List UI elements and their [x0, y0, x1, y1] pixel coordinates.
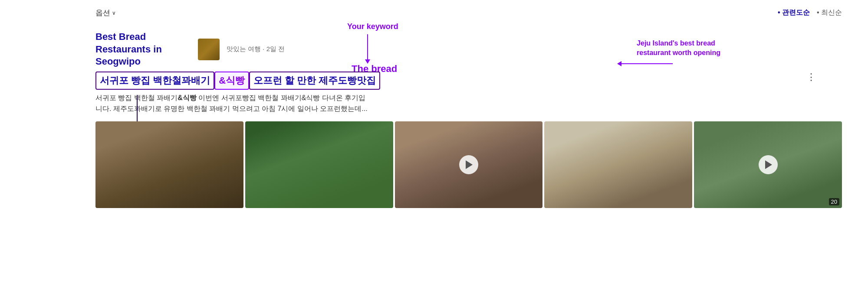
options-button[interactable]: 옵션 ∨	[95, 8, 116, 18]
title-box-left[interactable]: 서귀포 빵집 백한철꽈배기	[95, 72, 214, 90]
sort-relevant[interactable]: • 관련도순	[778, 8, 810, 17]
play-button-3[interactable]	[459, 155, 478, 174]
desc-part3: 니다. 제주도꽈배기로 유명한 백한철 꽈배기 먹으려고 아침 7시에 일어나 …	[95, 105, 368, 112]
keyword-arrow	[367, 34, 368, 60]
main-content: Your keyword Jeju Island's best breadres…	[0, 22, 868, 208]
gallery-image-4[interactable]	[544, 121, 692, 208]
badge-count: 20	[829, 198, 839, 205]
sort-options: • 관련도순 • 최신순	[778, 8, 842, 17]
result-thumbnail	[198, 39, 220, 60]
image-gallery: 20	[95, 121, 842, 208]
top-bar: 옵션 ∨ • 관련도순 • 최신순	[0, 0, 868, 22]
jeju-annotation: Jeju Island's best breadrestaurant worth…	[637, 39, 720, 58]
title-keyword: &식빵	[219, 74, 245, 87]
gallery-image-5[interactable]: 20	[694, 121, 842, 208]
chevron-icon: ∨	[112, 10, 116, 16]
play-button-5[interactable]	[759, 155, 778, 174]
jeju-annotation-text: Jeju Island's best breadrestaurant worth…	[637, 39, 720, 56]
options-label: 옵션	[95, 8, 110, 18]
jeju-arrow	[621, 63, 673, 64]
three-dots-menu[interactable]: ⋮	[806, 72, 816, 83]
result-description: 서귀포 빵집 백한철 꽈배기&식빵 이번엔 서귀포빵집 백한철 꽈배기&식빵 다…	[95, 92, 486, 114]
gallery-image-3[interactable]	[395, 121, 543, 208]
your-keyword-annotation: Your keyword	[347, 22, 398, 31]
desc-bold: &식빵	[178, 94, 197, 101]
desc-part2: 이번엔 서귀포빵집 백한철 꽈배기&식빵 다녀온 후기입	[197, 94, 365, 101]
gallery-image-1[interactable]	[95, 121, 243, 208]
title-box-keyword[interactable]: &식빵	[214, 72, 249, 90]
result-container: Your keyword Jeju Island's best breadres…	[95, 22, 842, 208]
result-title-left[interactable]: Best Bread Restaurants in Seogwipo	[95, 31, 191, 68]
thumbnail-image	[198, 39, 220, 60]
gallery-image-2[interactable]	[245, 121, 393, 208]
sort-recent[interactable]: • 최신순	[817, 8, 842, 17]
title-box-right[interactable]: 오프런 할 만한 제주도빵맛집	[249, 72, 380, 90]
result-meta: 맛있는 여행 · 2일 전	[227, 45, 285, 53]
title-row: 서귀포 빵집 백한철꽈배기 &식빵 오프런 할 만한 제주도빵맛집 ⋮	[95, 72, 842, 90]
result-header: Best Bread Restaurants in Seogwipo 맛있는 여…	[95, 31, 842, 68]
title-part2: 오프런 할 만한 제주도빵맛집	[253, 74, 376, 87]
title-part1: 서귀포 빵집 백한철꽈배기	[100, 74, 210, 87]
